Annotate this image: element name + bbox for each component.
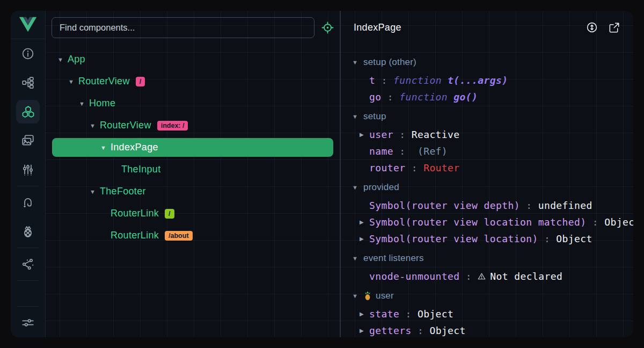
sidebar-item-settings-sliders-icon[interactable]	[11, 308, 45, 337]
expand-arrow-icon[interactable]: ▶	[360, 328, 369, 334]
tree-node-theinput[interactable]: TheInput	[52, 158, 333, 180]
expand-arrow-icon[interactable]: ▶	[360, 219, 369, 225]
key-value-separator: :	[381, 91, 399, 103]
section-title: setup (other)	[363, 57, 416, 68]
sidebar-item-components-hexagons-icon[interactable]	[11, 97, 45, 126]
mouse-scroll-icon	[586, 21, 598, 34]
pinia-pineapple-icon	[21, 224, 35, 238]
entry-key: Symbol(router view depth)	[369, 200, 520, 211]
function-keyword: function	[399, 91, 453, 103]
entry-go: go : function go()	[341, 89, 633, 105]
key-value-separator: :	[393, 129, 412, 140]
sidebar-divider	[17, 186, 39, 186]
entry-router: router : Router	[341, 160, 633, 176]
tree-node-routerview[interactable]: ▼RouterView/	[52, 70, 333, 92]
inspect-target-icon	[321, 21, 334, 34]
expand-arrow-icon: ▼	[352, 59, 363, 66]
entry-user[interactable]: ▶user : Reactive	[341, 126, 633, 143]
key-value-separator: :	[375, 75, 393, 86]
expand-arrow-icon[interactable]: ▼	[57, 56, 68, 63]
entry-name: name : (Ref)	[341, 143, 633, 160]
vue-logo	[11, 11, 45, 39]
entry-symbol-router-view-location-matched[interactable]: ▶Symbol(router view location matched) : …	[341, 214, 633, 230]
entry-symbol-router-view-depth: Symbol(router view depth) : undefined	[341, 197, 633, 214]
entry-key: router	[369, 162, 405, 173]
tree-node-app[interactable]: ▼App	[52, 48, 333, 70]
inspect-target-button[interactable]	[321, 21, 334, 34]
key-value-separator: :	[538, 233, 557, 244]
component-name: TheInput	[121, 164, 160, 175]
route-badge: /about	[165, 231, 193, 241]
sidebar-item-component-tree-icon[interactable]	[11, 68, 45, 97]
expand-arrow-icon[interactable]: ▶	[360, 132, 369, 137]
sidebar-item-timeline-controls-icon[interactable]	[11, 155, 45, 184]
component-name: RouterLink	[111, 208, 159, 219]
expand-arrow-icon[interactable]: ▼	[79, 100, 89, 107]
tree-node-routerlink[interactable]: RouterLink/	[52, 202, 333, 224]
entry-key: Symbol(router view location matched)	[369, 216, 587, 228]
entry-state[interactable]: ▶state : Object	[341, 306, 633, 322]
tree-node-home[interactable]: ▼Home	[52, 92, 333, 114]
entry-value: Not declared	[490, 271, 562, 282]
entry-key: t	[369, 75, 375, 86]
entry-value: Object	[604, 216, 633, 228]
tree-node-routerview[interactable]: ▼RouterViewindex: /	[52, 114, 333, 136]
key-value-separator: :	[587, 216, 605, 228]
component-name: IndexPage	[111, 142, 158, 153]
inspector-title: IndexPage	[354, 22, 586, 33]
assets-images-icon	[21, 134, 35, 148]
sidebar-item-graph-nodes-icon[interactable]	[11, 250, 45, 279]
section-user[interactable]: ▼user	[341, 286, 633, 306]
expand-arrow-icon[interactable]: ▼	[90, 189, 100, 195]
expand-arrow-icon[interactable]: ▶	[360, 236, 369, 242]
entry-key: getters	[369, 325, 412, 336]
component-tree-icon	[21, 76, 35, 90]
sidebar-item-assets-images-icon[interactable]	[11, 126, 45, 155]
component-tree-panel: ▼App▼RouterView/▼Home▼RouterViewindex: /…	[46, 11, 340, 337]
entry-value: (Ref)	[412, 146, 448, 157]
section-title: provided	[363, 182, 399, 193]
sidebar-nav	[11, 39, 45, 337]
entry-key: name	[369, 146, 393, 157]
expand-arrow-icon[interactable]: ▶	[360, 311, 369, 317]
section-provided[interactable]: ▼provided	[341, 178, 633, 197]
search-input[interactable]	[52, 17, 314, 38]
expand-arrow-icon[interactable]: ▼	[68, 78, 78, 85]
entry-key: go	[369, 91, 381, 103]
entry-symbol-router-view-location[interactable]: ▶Symbol(router view location) : Object	[341, 230, 633, 247]
open-external-button[interactable]	[608, 21, 620, 34]
key-value-separator: :	[520, 200, 538, 211]
route-badge: /	[136, 77, 145, 86]
sidebar-item-router-hook-icon[interactable]	[11, 188, 45, 217]
component-name: RouterView	[100, 120, 151, 131]
entry-value: Router	[423, 162, 459, 173]
component-name: RouterLink	[111, 230, 159, 241]
expand-arrow-icon: ▼	[352, 293, 363, 299]
route-badge: /	[165, 209, 174, 219]
sidebar-divider	[17, 306, 39, 307]
inspector-header: IndexPage	[341, 11, 633, 44]
section-setup-other[interactable]: ▼setup (other)	[341, 53, 633, 72]
entry-vnode-unmounted: vnode-unmounted : Not declared	[341, 268, 633, 285]
section-setup[interactable]: ▼setup	[341, 107, 633, 126]
component-name: Home	[89, 98, 115, 109]
section-title: setup	[363, 111, 386, 122]
expand-arrow-icon: ▼	[352, 184, 363, 191]
router-hook-icon	[21, 195, 35, 209]
expand-arrow-icon[interactable]: ▼	[100, 144, 111, 151]
function-keyword: function	[393, 75, 448, 86]
sidebar-item-pinia-pineapple-icon[interactable]	[11, 217, 45, 246]
mouse-scroll-button[interactable]	[586, 21, 598, 34]
open-external-icon	[608, 21, 620, 34]
entry-getters[interactable]: ▶getters : Object	[341, 322, 633, 337]
sidebar-item-info-circle-icon[interactable]	[11, 39, 45, 68]
section-event-listeners[interactable]: ▼event listeners	[341, 249, 633, 268]
tree-node-thefooter[interactable]: ▼TheFooter	[52, 180, 333, 202]
tree-node-indexpage[interactable]: ▼IndexPage	[52, 136, 333, 158]
vue-logo	[19, 17, 37, 33]
tree-node-routerlink[interactable]: RouterLink/about	[52, 224, 333, 247]
expand-arrow-icon[interactable]: ▼	[90, 122, 100, 129]
key-value-separator: :	[412, 325, 430, 336]
function-signature: go()	[453, 91, 478, 103]
entry-t: t : function t(...args)	[341, 72, 633, 89]
